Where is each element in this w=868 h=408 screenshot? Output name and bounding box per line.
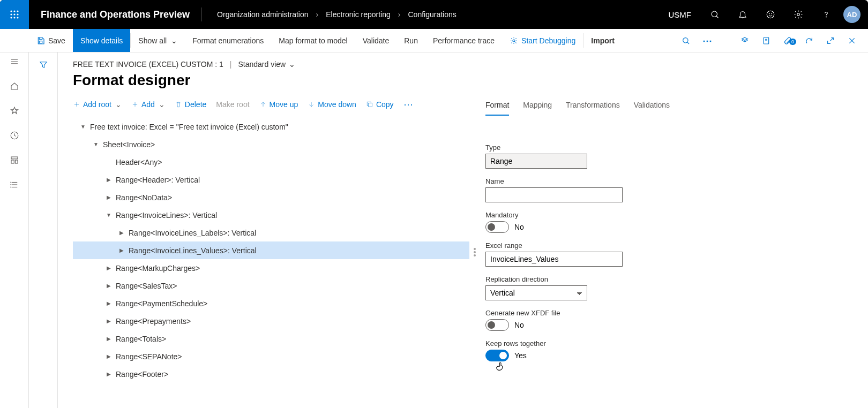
tree-view[interactable]: Free text invoice: Excel = "Free text in… <box>73 118 469 408</box>
refresh-icon[interactable] <box>798 36 820 45</box>
replication-select[interactable]: Vertical <box>485 285 587 300</box>
office-icon[interactable] <box>734 36 755 45</box>
page-icon[interactable] <box>755 36 777 45</box>
tab-format[interactable]: Format <box>485 99 509 116</box>
app-launcher-icon[interactable] <box>0 0 29 29</box>
tree-row[interactable]: Range<Prepayments> <box>73 312 469 330</box>
clock-icon[interactable] <box>10 131 19 142</box>
expand-icon[interactable] <box>104 353 114 359</box>
keep-rows-toggle[interactable] <box>485 350 509 361</box>
expand-icon[interactable] <box>104 300 114 306</box>
import-button[interactable]: Import <box>583 29 622 52</box>
company-selector[interactable]: USMF <box>659 10 701 19</box>
search-cmd-icon[interactable] <box>675 36 697 45</box>
excel-range-field[interactable] <box>485 252 623 267</box>
svg-line-10 <box>716 16 719 18</box>
run-button[interactable]: Run <box>396 29 425 52</box>
filter-icon[interactable] <box>39 60 48 408</box>
tree-row[interactable]: Range<InvoiceLines>: Vertical <box>73 206 469 224</box>
gear-icon[interactable] <box>784 0 812 29</box>
validate-label: Validate <box>363 36 390 45</box>
expand-icon[interactable] <box>104 283 114 289</box>
view-selector[interactable]: Standard view ⌄ <box>238 60 295 69</box>
breadcrumb-item[interactable]: Organization administration <box>217 10 308 19</box>
star-icon[interactable] <box>10 106 19 118</box>
home-icon[interactable] <box>10 81 19 93</box>
start-debugging-button[interactable]: Start Debugging <box>502 29 583 52</box>
more-cmd-icon[interactable]: ⋯ <box>697 35 718 47</box>
tree-row[interactable]: Free text invoice: Excel = "Free text in… <box>73 118 469 135</box>
tree-row[interactable]: Range<MarkupCharges> <box>73 259 469 277</box>
tab-validations[interactable]: Validations <box>634 99 670 116</box>
svg-point-6 <box>10 17 12 18</box>
svg-rect-28 <box>11 160 14 163</box>
modules-icon[interactable] <box>10 180 19 192</box>
add-button[interactable]: Add⌄ <box>131 100 165 109</box>
validate-button[interactable]: Validate <box>355 29 397 52</box>
tree-row[interactable]: Range<SalesTax> <box>73 277 469 294</box>
bell-icon[interactable] <box>729 0 757 29</box>
tree-label: Range<PaymentSchedule> <box>114 299 207 308</box>
add-root-button[interactable]: Add root⌄ <box>73 100 122 109</box>
expand-icon[interactable] <box>104 336 114 342</box>
tree-row[interactable]: Header<Any> <box>73 153 469 171</box>
tree-row[interactable]: Range<InvoiceLines_Labels>: Vertical <box>73 224 469 241</box>
show-details-button[interactable]: Show details <box>73 29 130 52</box>
copy-button[interactable]: Copy <box>366 100 394 109</box>
expand-icon[interactable] <box>91 141 101 147</box>
tree-row[interactable]: Range<NoData> <box>73 188 469 206</box>
tree-more-button[interactable]: ⋯ <box>403 99 413 110</box>
search-icon[interactable] <box>701 0 729 29</box>
tree-row[interactable]: Range<InvoiceLines_Values>: Vertical <box>73 241 469 259</box>
show-all-button[interactable]: Show all⌄ <box>131 29 185 52</box>
page-title: Format designer <box>73 72 868 89</box>
delete-button[interactable]: Delete <box>175 100 206 109</box>
breadcrumb-item[interactable]: Electronic reporting <box>326 10 391 19</box>
tree-row[interactable]: Range<Totals> <box>73 330 469 347</box>
mandatory-toggle[interactable] <box>485 221 509 233</box>
svg-point-1 <box>13 10 15 12</box>
tab-transformations[interactable]: Transformations <box>566 99 620 116</box>
tree-label: Header<Any> <box>114 158 162 167</box>
expand-icon[interactable] <box>78 124 88 130</box>
svg-point-18 <box>683 37 688 42</box>
close-icon[interactable] <box>841 36 863 45</box>
expand-icon[interactable] <box>104 265 114 271</box>
tab-mapping[interactable]: Mapping <box>523 99 552 116</box>
xfdf-toggle[interactable] <box>485 319 509 331</box>
attach-icon[interactable]: 0 <box>777 36 798 45</box>
expand-icon[interactable] <box>117 247 126 253</box>
popout-icon[interactable] <box>820 36 841 45</box>
map-format-button[interactable]: Map format to model <box>271 29 355 52</box>
save-button[interactable]: Save <box>29 29 73 52</box>
tree-row[interactable]: Sheet<Invoice> <box>73 135 469 153</box>
workspace-icon[interactable] <box>10 155 19 167</box>
tree-label: Range<Footer> <box>114 370 168 379</box>
expand-icon[interactable] <box>104 318 114 324</box>
expand-icon[interactable] <box>104 371 114 377</box>
expand-icon[interactable] <box>104 194 114 200</box>
expand-icon[interactable] <box>117 230 126 236</box>
avatar[interactable]: AD <box>843 6 860 23</box>
svg-line-19 <box>687 42 689 43</box>
tree-row[interactable]: Range<Header>: Vertical <box>73 171 469 188</box>
main: FREE TEXT INVOICE (EXCEL) CUSTOM : 1 | S… <box>0 52 868 408</box>
svg-point-5 <box>17 13 18 15</box>
splitter[interactable] <box>469 99 480 408</box>
tree-row[interactable]: Range<Footer> <box>73 365 469 383</box>
move-down-button[interactable]: Move down <box>308 100 356 109</box>
smile-icon[interactable] <box>757 0 784 29</box>
name-field[interactable] <box>485 187 623 202</box>
help-icon[interactable] <box>812 0 840 29</box>
performance-trace-button[interactable]: Performance trace <box>425 29 502 52</box>
breadcrumb-item[interactable]: Configurations <box>408 10 456 19</box>
svg-point-12 <box>769 13 769 14</box>
move-up-button[interactable]: Move up <box>259 100 298 109</box>
hamburger-icon[interactable] <box>10 57 19 69</box>
tree-row[interactable]: Range<SEPANote> <box>73 347 469 365</box>
format-enumerations-button[interactable]: Format enumerations <box>185 29 271 52</box>
expand-icon[interactable] <box>104 177 114 183</box>
expand-icon[interactable] <box>104 212 114 218</box>
tree-row[interactable]: Range<PaymentSchedule> <box>73 294 469 312</box>
chevron-down-icon: ⌄ <box>159 100 165 109</box>
